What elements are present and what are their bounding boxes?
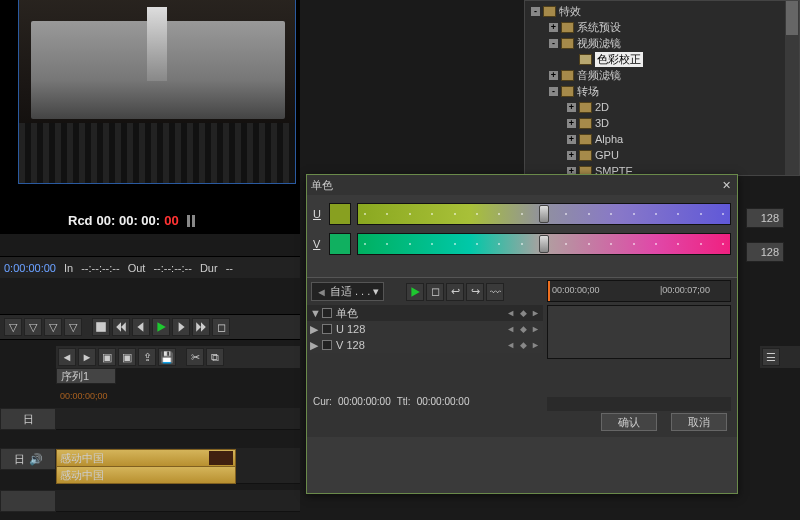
clip-label: 感动中国	[60, 468, 104, 483]
nudge-right-button[interactable]: ►	[78, 348, 96, 366]
folder-icon	[561, 38, 574, 49]
cut-button[interactable]: ✂	[186, 348, 204, 366]
clip-audio-1[interactable]: 感动中国	[56, 466, 236, 484]
param-checkbox[interactable]	[322, 340, 332, 350]
tree-toggle-icon[interactable]: +	[567, 135, 576, 144]
keyframe-timecode-readout: Cur:00:00:00:00 Ttl:00:00:00:00	[313, 396, 469, 407]
tree-toggle-icon[interactable]: +	[567, 103, 576, 112]
timeline-ruler[interactable]: 00:00:00;00	[56, 388, 300, 404]
effects-tree-panel: -特效+系统预设-视频滤镜色彩校正+音频滤镜-转场+2D+3D+Alpha+GP…	[524, 0, 800, 176]
track-lane-v1[interactable]	[56, 408, 300, 430]
kf-graph-button[interactable]: 〰	[486, 283, 504, 301]
dialog-titlebar[interactable]: 单色 ✕	[307, 175, 737, 195]
tree-item-label: 系统预设	[577, 20, 621, 35]
nudge-left-button[interactable]: ◄	[58, 348, 76, 366]
v-slider[interactable]	[357, 233, 731, 255]
mark-out-button[interactable]: ▽	[24, 318, 42, 336]
tree-item[interactable]: +Alpha	[525, 131, 799, 147]
tree-toggle-icon[interactable]: +	[567, 151, 576, 160]
keyframe-scrollbar[interactable]	[547, 397, 731, 411]
tree-item[interactable]: -视频滤镜	[525, 35, 799, 51]
kf-nav-icons[interactable]: ◄ ◆ ►	[506, 340, 541, 350]
tree-toggle-icon[interactable]: +	[549, 71, 558, 80]
collapse-icon[interactable]: ▼	[310, 307, 318, 319]
tree-item[interactable]: -转场	[525, 83, 799, 99]
ffwd-button[interactable]	[192, 318, 210, 336]
track-lane-a1[interactable]: 感动中国 感动中国	[56, 448, 300, 484]
keyframe-area: ◄自适 . . .▾ ◻ ↩ ↪ 〰 00:00:00;00 |00:00:07…	[307, 277, 737, 437]
param-checkbox[interactable]	[322, 308, 332, 318]
kf-param-u[interactable]: ▶ U 128 ◄ ◆ ►	[307, 321, 543, 337]
close-icon[interactable]: ✕	[719, 178, 733, 192]
sequence-tab[interactable]: 序列1	[56, 368, 116, 384]
u-slider-thumb[interactable]	[539, 205, 549, 223]
tree-item-label: 2D	[595, 101, 609, 113]
cancel-button[interactable]: 取消	[671, 413, 727, 431]
kf-param-v[interactable]: ▶ V 128 ◄ ◆ ►	[307, 337, 543, 353]
dur-value: --	[226, 262, 233, 274]
overwrite-button[interactable]: ▣	[118, 348, 136, 366]
param-label: 单色	[336, 306, 358, 321]
copy-button[interactable]: ⧉	[206, 348, 224, 366]
rewind-button[interactable]	[112, 318, 130, 336]
kf-prev-key-button[interactable]: ↩	[446, 283, 464, 301]
panel-toggle-button[interactable]: ☰	[762, 348, 780, 366]
tree-scrollbar[interactable]	[785, 1, 799, 175]
dialog-title: 单色	[311, 178, 333, 193]
save-button[interactable]: 💾	[158, 348, 176, 366]
keyframe-track-area[interactable]	[547, 305, 731, 359]
tree-item[interactable]: +2D	[525, 99, 799, 115]
kf-playhead[interactable]	[548, 281, 550, 301]
play-button[interactable]	[152, 318, 170, 336]
ok-button[interactable]: 确认	[601, 413, 657, 431]
tree-item[interactable]: 色彩校正	[525, 51, 799, 67]
tree-item[interactable]: +系统预设	[525, 19, 799, 35]
tree-toggle-icon[interactable]: -	[531, 7, 540, 16]
tree-toggle-icon[interactable]: +	[549, 23, 558, 32]
stop-button[interactable]	[92, 318, 110, 336]
tree-item[interactable]: +音频滤镜	[525, 67, 799, 83]
clip-video-1[interactable]: 感动中国	[56, 449, 236, 467]
expand-icon[interactable]: ▶	[310, 323, 318, 336]
v-value-readout[interactable]: 128	[746, 242, 784, 262]
track-header-a1[interactable]: 日 🔊	[0, 448, 56, 470]
expand-icon[interactable]: ▶	[310, 339, 318, 352]
cur-value: 00:00:00:00	[338, 396, 391, 407]
kf-next-key-button[interactable]: ↪	[466, 283, 484, 301]
tree-toggle-icon[interactable]: -	[549, 39, 558, 48]
track-header-v1[interactable]: 日	[0, 408, 56, 430]
prev-frame-button[interactable]	[132, 318, 150, 336]
v-slider-thumb[interactable]	[539, 235, 549, 253]
lift-button[interactable]: ⇪	[138, 348, 156, 366]
tree-item[interactable]: +GPU	[525, 147, 799, 163]
kf-play-button[interactable]	[406, 283, 424, 301]
tree-toggle-icon[interactable]: -	[549, 87, 558, 96]
kf-nav-icons[interactable]: ◄ ◆ ►	[506, 308, 541, 318]
u-value-readout[interactable]: 128	[746, 208, 784, 228]
clip-thumb-icon	[209, 451, 233, 465]
loop-button[interactable]: ◻	[212, 318, 230, 336]
playhead-tc[interactable]: 0:00:00:00	[4, 262, 56, 274]
tree-scroll-thumb[interactable]	[786, 1, 798, 35]
slider-panel: U V	[307, 195, 737, 271]
kf-loop-button[interactable]: ◻	[426, 283, 444, 301]
auto-fit-dropdown[interactable]: ◄自适 . . .▾	[311, 282, 384, 301]
set-marker-button[interactable]: ▽	[44, 318, 62, 336]
tree-item[interactable]: +3D	[525, 115, 799, 131]
insert-button[interactable]: ▣	[98, 348, 116, 366]
clear-marker-button[interactable]: ▽	[64, 318, 82, 336]
tree-toggle-icon[interactable]: +	[567, 119, 576, 128]
tree-item-label: 转场	[577, 84, 599, 99]
track-lane-empty[interactable]	[56, 490, 300, 512]
preview-video-frame[interactable]	[18, 0, 296, 184]
track-header-empty[interactable]	[0, 490, 56, 512]
kf-param-root[interactable]: ▼ 单色 ◄ ◆ ►	[307, 305, 543, 321]
tree-item[interactable]: -特效	[525, 3, 799, 19]
mark-in-button[interactable]: ▽	[4, 318, 22, 336]
next-frame-button[interactable]	[172, 318, 190, 336]
param-checkbox[interactable]	[322, 324, 332, 334]
keyframe-ruler[interactable]: 00:00:00;00 |00:00:07;00	[547, 280, 731, 302]
kf-nav-icons[interactable]: ◄ ◆ ►	[506, 324, 541, 334]
u-slider[interactable]	[357, 203, 731, 225]
kf-ruler-tc0: 00:00:00;00	[552, 285, 600, 295]
